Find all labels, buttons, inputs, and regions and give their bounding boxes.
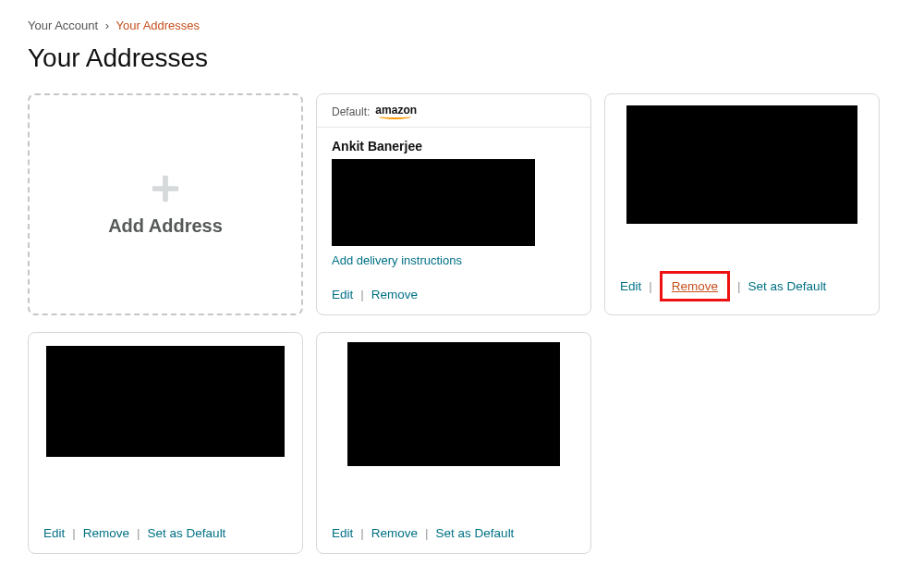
card-body <box>605 94 879 271</box>
default-label: Default: <box>332 105 370 118</box>
remove-link[interactable]: Remove <box>672 279 718 293</box>
action-separator: | <box>72 526 76 540</box>
redacted-address <box>347 342 560 466</box>
remove-link[interactable]: Remove <box>371 288 418 301</box>
set-default-link[interactable]: Set as Default <box>148 526 226 540</box>
action-separator: | <box>737 279 741 293</box>
card-actions: Edit | Remove <box>317 288 590 314</box>
edit-link[interactable]: Edit <box>43 526 65 540</box>
breadcrumb-parent[interactable]: Your Account <box>28 18 98 32</box>
edit-link[interactable]: Edit <box>332 526 353 540</box>
address-card: Edit | Remove | Set as Default <box>316 332 591 554</box>
page-title: Your Addresses <box>28 43 896 73</box>
plus-icon <box>150 173 181 208</box>
breadcrumb-current: Your Addresses <box>116 18 201 32</box>
breadcrumb: Your Account › Your Addresses <box>28 18 896 32</box>
address-card: Edit | Remove | Set as Default <box>604 93 880 315</box>
redacted-address <box>332 159 535 246</box>
edit-link[interactable]: Edit <box>620 279 641 293</box>
redacted-address <box>46 346 285 457</box>
set-default-link[interactable]: Set as Default <box>748 279 827 293</box>
card-actions: Edit | Remove | Set as Default <box>29 526 302 553</box>
action-separator: | <box>360 526 364 540</box>
default-header: Default: amazon <box>317 94 590 128</box>
amazon-logo-icon: amazon <box>375 104 417 119</box>
card-body <box>317 333 590 526</box>
card-body <box>29 333 302 526</box>
card-actions: Edit | Remove | Set as Default <box>605 271 879 314</box>
set-default-link[interactable]: Set as Default <box>436 526 515 540</box>
card-body: Ankit Banerjee Add delivery instructions <box>317 128 590 288</box>
svg-rect-1 <box>152 186 178 191</box>
add-address-card[interactable]: Add Address <box>28 93 303 315</box>
address-grid: Add Address Default: amazon Ankit Banerj… <box>28 93 896 554</box>
remove-link[interactable]: Remove <box>371 526 418 540</box>
action-separator: | <box>360 288 364 301</box>
action-separator: | <box>137 526 140 540</box>
action-separator: | <box>425 526 429 540</box>
edit-link[interactable]: Edit <box>332 288 353 301</box>
address-card-default: Default: amazon Ankit Banerjee Add deliv… <box>316 93 591 315</box>
chevron-right-icon: › <box>105 18 109 32</box>
add-address-label: Add Address <box>108 215 223 237</box>
action-separator: | <box>649 279 652 293</box>
address-card: Edit | Remove | Set as Default <box>28 332 303 554</box>
remove-highlight: Remove <box>660 271 730 301</box>
recipient-name: Ankit Banerjee <box>332 139 576 154</box>
redacted-address <box>626 105 857 224</box>
add-delivery-instructions-link[interactable]: Add delivery instructions <box>332 253 576 267</box>
card-actions: Edit | Remove | Set as Default <box>317 526 590 553</box>
remove-link[interactable]: Remove <box>83 526 129 540</box>
